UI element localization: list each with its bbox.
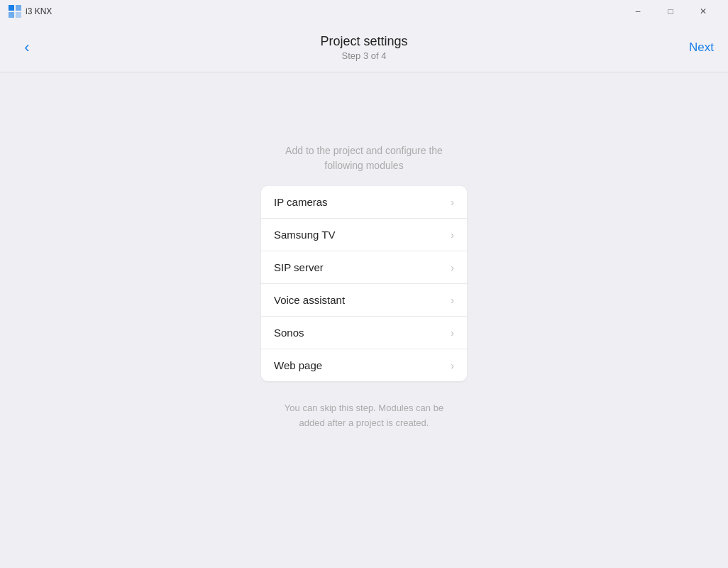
minimize-button[interactable]: – bbox=[622, 0, 654, 23]
module-label: Voice assistant bbox=[274, 294, 345, 306]
module-label: Samsung TV bbox=[274, 229, 335, 241]
module-item[interactable]: IP cameras› bbox=[261, 186, 467, 219]
page-step: Step 3 of 4 bbox=[320, 50, 407, 61]
chevron-right-icon: › bbox=[451, 229, 454, 241]
svg-rect-0 bbox=[9, 5, 14, 11]
chevron-right-icon: › bbox=[451, 360, 454, 371]
title-bar: i3 KNX – □ ✕ bbox=[0, 0, 728, 23]
module-item[interactable]: Web page› bbox=[261, 349, 467, 381]
header-center: Project settings Step 3 of 4 bbox=[320, 34, 407, 61]
module-label: IP cameras bbox=[274, 196, 328, 208]
svg-rect-1 bbox=[16, 5, 21, 11]
chevron-right-icon: › bbox=[451, 327, 454, 339]
app-name-label: i3 KNX bbox=[26, 6, 52, 16]
subtitle-text: Add to the project and configure thefoll… bbox=[285, 143, 443, 173]
module-item[interactable]: Sonos› bbox=[261, 317, 467, 349]
module-label: Sonos bbox=[274, 327, 304, 339]
maximize-button[interactable]: □ bbox=[654, 0, 687, 23]
module-label: SIP server bbox=[274, 261, 324, 273]
svg-rect-2 bbox=[9, 12, 14, 18]
module-item[interactable]: Samsung TV› bbox=[261, 219, 467, 251]
module-item[interactable]: Voice assistant› bbox=[261, 284, 467, 317]
page-header: ‹ Project settings Step 3 of 4 Next bbox=[0, 23, 728, 72]
chevron-right-icon: › bbox=[451, 262, 454, 273]
skip-text: You can skip this step. Modules can bead… bbox=[285, 401, 443, 431]
module-list: IP cameras›Samsung TV›SIP server›Voice a… bbox=[261, 186, 467, 381]
window-controls: – □ ✕ bbox=[622, 0, 719, 23]
chevron-right-icon: › bbox=[451, 295, 454, 306]
main-content: Add to the project and configure thefoll… bbox=[0, 72, 728, 568]
module-item[interactable]: SIP server› bbox=[261, 251, 467, 284]
chevron-right-icon: › bbox=[451, 197, 454, 208]
svg-rect-3 bbox=[16, 12, 21, 18]
back-button[interactable]: ‹ bbox=[14, 35, 40, 60]
close-button[interactable]: ✕ bbox=[687, 0, 719, 23]
next-button[interactable]: Next bbox=[689, 40, 714, 55]
module-label: Web page bbox=[274, 359, 322, 371]
page-title: Project settings bbox=[320, 34, 407, 49]
app-logo-icon bbox=[9, 5, 21, 18]
app-logo: i3 KNX bbox=[9, 5, 52, 18]
